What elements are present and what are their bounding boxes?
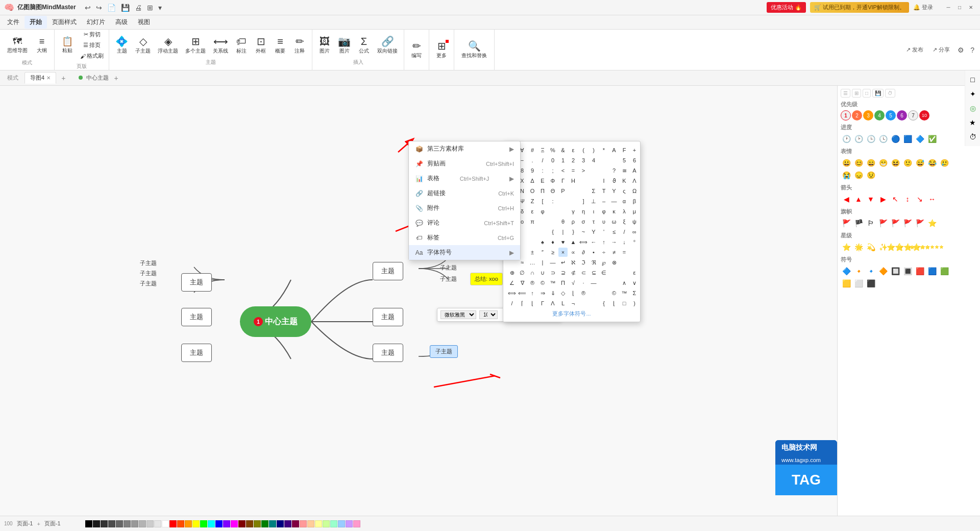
sym-partial[interactable]: ∂	[579, 248, 588, 257]
color-purple[interactable]	[223, 520, 230, 527]
sym-cup[interactable]: ∪	[538, 268, 547, 277]
formula-button[interactable]: Σ 公式	[355, 34, 373, 57]
sym-endash[interactable]: –	[599, 197, 608, 206]
relation-button[interactable]: ⟷ 关系线	[210, 34, 231, 57]
sym-lambda2[interactable]: Λ	[548, 299, 557, 308]
sym-j2[interactable]	[548, 217, 557, 226]
color-navy[interactable]	[277, 520, 284, 527]
sym-prime[interactable]: '	[599, 227, 608, 236]
sym-delta[interactable]: Δ	[528, 176, 537, 185]
sym-supseteq[interactable]: ⊇	[558, 268, 568, 277]
sym-tau[interactable]: τ	[589, 217, 598, 226]
progress-7[interactable]: 🔷	[914, 133, 925, 144]
arr-2[interactable]: ▲	[853, 194, 864, 205]
sym-e-upper[interactable]	[599, 166, 608, 175]
priority-10[interactable]: 10	[919, 110, 929, 120]
font-selector[interactable]: 微软雅黑	[440, 310, 476, 319]
more-symbols-link[interactable]: 更多字体符号...	[507, 310, 636, 318]
sym-angle[interactable]: ∠	[507, 278, 517, 287]
add-page-bottom-button[interactable]: +	[37, 521, 40, 527]
sym-lbracket[interactable]: [	[538, 197, 547, 206]
menu-start[interactable]: 开始	[24, 16, 47, 29]
emo-2[interactable]: 😊	[853, 157, 864, 168]
image-button[interactable]: 🖼 图片	[315, 34, 334, 57]
sym-xi[interactable]: Ξ	[538, 146, 547, 155]
color-darkgreen[interactable]	[261, 520, 268, 527]
sym-o1[interactable]	[620, 258, 629, 267]
sym-emoji-8[interactable]: 🟦	[926, 266, 938, 277]
sym-9[interactable]: 9	[528, 166, 537, 175]
arr-5[interactable]: ↖	[890, 194, 901, 205]
sym-psi-lo[interactable]: ψ	[630, 217, 639, 226]
sym-subset[interactable]: ⊂	[579, 268, 588, 277]
sym-0[interactable]: 0	[548, 156, 557, 165]
sym-theta-upper[interactable]: Θ	[548, 186, 557, 196]
sym-rho[interactable]: ρ	[569, 217, 578, 226]
sym-emoji-11[interactable]: ⬜	[853, 278, 864, 289]
sym-lcurly[interactable]: {	[548, 227, 557, 236]
flag-1[interactable]: 🚩	[841, 218, 852, 229]
sym-varphi[interactable]: φ	[599, 207, 608, 216]
menu-attachment[interactable]: 📎 附件 Ctrl+H	[409, 201, 520, 215]
emo-4[interactable]: 😁	[877, 157, 889, 168]
sym-Y[interactable]: Y	[609, 186, 619, 196]
sym-degree[interactable]: °	[630, 237, 639, 247]
flag-5[interactable]: 🚩	[890, 218, 901, 229]
sym-pipe[interactable]: |	[558, 227, 568, 236]
outline-button[interactable]: ≡ 大纲	[33, 34, 51, 57]
color-lightgray2[interactable]	[139, 520, 146, 527]
sym-spade[interactable]: ♠	[538, 237, 547, 247]
star-8[interactable]: ⭐⭐⭐⭐⭐	[926, 242, 938, 253]
sym-i2[interactable]	[558, 207, 568, 216]
flag-4[interactable]: 🚩	[877, 218, 889, 229]
emo-7[interactable]: 😅	[914, 157, 925, 168]
sym-k2[interactable]	[528, 227, 537, 236]
flag-7[interactable]: 🚩	[914, 218, 925, 229]
minimize-button[interactable]: ─	[943, 3, 953, 13]
sym-geq[interactable]: ≥	[548, 248, 557, 257]
sym-gt[interactable]: >	[579, 166, 588, 175]
sym-f1[interactable]	[579, 176, 588, 185]
sym-question[interactable]: ?	[609, 166, 619, 175]
sym-emdash[interactable]: —	[609, 197, 619, 206]
sym-5[interactable]: 5	[620, 156, 629, 165]
sym-return[interactable]: ↵	[558, 258, 568, 267]
priority-6[interactable]: 6	[897, 110, 907, 120]
panel-tab-grid[interactable]: ⊞	[852, 89, 861, 98]
sym-q1[interactable]	[599, 278, 608, 287]
sym-cdot[interactable]: ·	[579, 278, 588, 287]
format-brush-button[interactable]: 🖌 格式刷	[78, 51, 106, 61]
right-child-3-1[interactable]: 子主题	[430, 345, 458, 358]
sort-button[interactable]: ☰ 排页	[78, 40, 106, 50]
sym-div-slash[interactable]: /	[620, 227, 629, 236]
photo-button[interactable]: 📷 图片	[335, 34, 354, 57]
new-file-button[interactable]: 📄	[106, 3, 117, 13]
sym-lozenge[interactable]: ◇	[558, 288, 568, 298]
sym-emptyset[interactable]: ∅	[518, 268, 527, 277]
arr-3[interactable]: ▼	[865, 194, 876, 205]
sym-emoji-10[interactable]: 🟨	[841, 278, 852, 289]
menu-third-party[interactable]: 📦 第三方素材库 ▶	[409, 141, 520, 156]
sym-congruent[interactable]: ≅	[620, 166, 629, 175]
sym-l2[interactable]	[528, 237, 537, 247]
summary-button[interactable]: ≡ 概要	[271, 34, 289, 57]
panel-tab-list[interactable]: ☰	[841, 89, 850, 98]
sym-1[interactable]: 1	[558, 156, 568, 165]
sym-r1[interactable]	[589, 288, 598, 298]
color-lightblue[interactable]	[338, 520, 345, 527]
panel-tab-clock[interactable]: ⏱	[885, 89, 895, 98]
sym-up[interactable]: ↑	[599, 237, 608, 247]
multi-topic-button[interactable]: ⊞ 多个主题	[182, 34, 209, 57]
progress-5[interactable]: 🔵	[890, 133, 901, 144]
color-darkmagenta[interactable]	[292, 520, 299, 527]
sym-lfloor[interactable]: ⌊	[569, 288, 578, 298]
flag-6[interactable]: 🚩	[902, 218, 913, 229]
sym-p2[interactable]	[620, 268, 629, 277]
sym-divides[interactable]: ÷	[599, 248, 608, 257]
sym-leq[interactable]: ≤	[609, 227, 619, 236]
panel-icon-clock[interactable]: ⏱	[967, 131, 979, 143]
sym-reg2[interactable]: ®	[579, 288, 588, 298]
sym-eq2[interactable]: =	[620, 248, 629, 257]
menu-advanced[interactable]: 高级	[110, 16, 133, 29]
sym-pi-lo[interactable]: π	[528, 217, 537, 226]
